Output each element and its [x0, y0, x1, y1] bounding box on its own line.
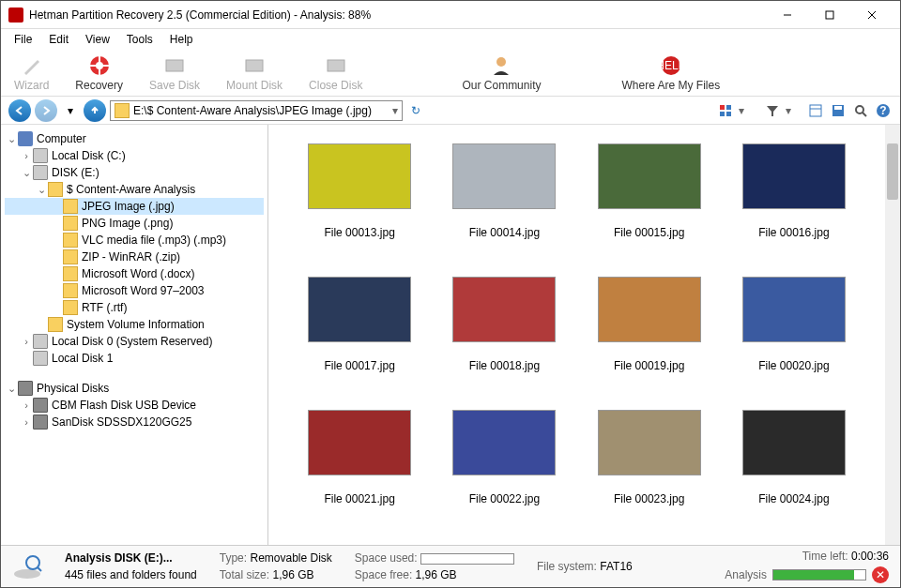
address-dropdown-icon[interactable]: ▾: [392, 104, 398, 117]
file-item[interactable]: File 00021.jpg: [297, 410, 422, 505]
svg-point-27: [26, 556, 39, 569]
expand-icon[interactable]: ›: [20, 416, 33, 428]
tree-item[interactable]: VLC media file (.mp3) (.mp3): [5, 232, 264, 249]
tree-item[interactable]: System Volume Information: [5, 316, 264, 333]
tree-item[interactable]: ›SanDisk SDSSDX120GG25: [5, 414, 264, 430]
folder-tree[interactable]: ⌄Computer›Local Disk (C:)⌄DISK (E:)⌄$ Co…: [1, 125, 268, 545]
menu-edit[interactable]: Edit: [41, 31, 76, 48]
tree-item-label: Microsoft Word 97–2003: [82, 284, 205, 297]
tree-item[interactable]: ⌄$ Content-Aware Analysis: [5, 181, 264, 198]
file-name: File 00020.jpg: [758, 359, 829, 372]
where-files-label: Where Are My Files: [621, 79, 720, 92]
file-thumbnail: [598, 410, 701, 475]
view-mode-button[interactable]: [716, 101, 735, 120]
filter-button[interactable]: [763, 101, 782, 120]
tree-item[interactable]: ZIP - WinRAR (.zip): [5, 249, 264, 265]
community-button[interactable]: Our Community: [462, 54, 541, 92]
file-item[interactable]: File 00015.jpg: [587, 143, 712, 239]
tree-item[interactable]: PNG Image (.png): [5, 215, 264, 232]
tree-item[interactable]: ⌄DISK (E:): [5, 164, 264, 181]
expand-icon[interactable]: ›: [20, 400, 33, 411]
tree-item[interactable]: Microsoft Word (.docx): [5, 265, 264, 282]
back-button[interactable]: [8, 99, 31, 122]
where-files-button[interactable]: HELP Where Are My Files: [621, 54, 720, 92]
close-button[interactable]: [850, 2, 893, 28]
file-item[interactable]: File 00023.jpg: [587, 410, 712, 505]
menu-tools[interactable]: Tools: [119, 31, 160, 48]
save-disk-button[interactable]: Save Disk: [149, 54, 200, 92]
tree-item[interactable]: RTF (.rtf): [5, 299, 264, 316]
expand-icon[interactable]: ⌄: [20, 167, 33, 179]
file-item[interactable]: File 00020.jpg: [731, 277, 857, 372]
file-thumbnail: [452, 277, 556, 342]
file-item[interactable]: File 00024.jpg: [731, 410, 857, 505]
filter-dropdown[interactable]: ▾: [786, 104, 791, 117]
up-button[interactable]: [84, 99, 106, 122]
maximize-button[interactable]: [808, 2, 850, 28]
tree-item[interactable]: Local Disk 1: [5, 350, 264, 367]
stop-analysis-button[interactable]: ✕: [872, 566, 889, 583]
file-grid[interactable]: File 00013.jpgFile 00014.jpgFile 00015.j…: [268, 125, 885, 545]
refresh-button[interactable]: ↻: [406, 101, 425, 120]
file-name: File 00022.jpg: [469, 492, 540, 505]
expand-icon[interactable]: ⌄: [5, 383, 18, 395]
expand-icon[interactable]: ›: [20, 336, 33, 347]
file-item[interactable]: File 00018.jpg: [441, 277, 567, 372]
file-item[interactable]: File 00022.jpg: [441, 410, 567, 505]
forward-button[interactable]: [35, 99, 57, 122]
tree-item-label: ZIP - WinRAR (.zip): [82, 250, 180, 264]
tree-item[interactable]: ›Local Disk (C:): [5, 147, 264, 164]
folder-icon: [48, 182, 63, 197]
svg-rect-17: [726, 112, 731, 116]
minimize-button[interactable]: [766, 2, 808, 28]
file-name: File 00015.jpg: [614, 226, 684, 239]
wizard-button[interactable]: Wizard: [14, 54, 49, 92]
navbar: ▾ ▾ ↻ ▾ ▾ ?: [1, 97, 900, 125]
time-label: Time left:: [802, 550, 848, 563]
drive-icon: [33, 415, 48, 430]
tree-item[interactable]: ›CBM Flash Disk USB Device: [5, 397, 264, 414]
mount-disk-label: Mount Disk: [226, 79, 283, 92]
options-button[interactable]: [806, 101, 825, 120]
search-button[interactable]: [851, 101, 870, 120]
close-disk-button[interactable]: Close Disk: [309, 54, 362, 92]
scrollbar-thumb[interactable]: [887, 143, 898, 200]
folder-icon: [63, 283, 78, 298]
mount-disk-button[interactable]: Mount Disk: [226, 54, 283, 92]
tree-item-label: SanDisk SDSSDX120GG25: [52, 415, 191, 429]
disk-icon: [33, 165, 48, 180]
folder-icon: [63, 300, 78, 315]
expand-icon[interactable]: ⌄: [35, 184, 48, 196]
scrollbar[interactable]: [885, 125, 900, 545]
file-item[interactable]: File 00017.jpg: [297, 277, 422, 372]
svg-point-22: [856, 106, 863, 113]
folder-icon: [48, 317, 63, 332]
menu-file[interactable]: File: [7, 31, 39, 48]
file-thumbnail: [308, 143, 411, 209]
expand-icon[interactable]: ⌄: [5, 133, 18, 145]
svg-point-26: [14, 569, 40, 579]
tree-item[interactable]: ›Local Disk 0 (System Reserved): [5, 333, 264, 350]
view-dropdown[interactable]: ▾: [739, 104, 744, 117]
tree-item[interactable]: Microsoft Word 97–2003: [5, 282, 264, 299]
file-item[interactable]: File 00019.jpg: [587, 277, 712, 372]
save-button[interactable]: [829, 101, 848, 120]
help-button[interactable]: ?: [874, 101, 893, 120]
tree-item[interactable]: ⌄Computer: [5, 130, 264, 147]
address-bar[interactable]: ▾: [110, 100, 403, 121]
address-input[interactable]: [133, 104, 392, 117]
file-item[interactable]: File 00014.jpg: [441, 143, 567, 239]
menu-help[interactable]: Help: [162, 31, 201, 48]
file-name: File 00024.jpg: [758, 492, 829, 505]
tree-item[interactable]: JPEG Image (.jpg): [5, 198, 264, 215]
file-item[interactable]: File 00016.jpg: [731, 143, 857, 239]
svg-rect-8: [166, 60, 183, 71]
recovery-button[interactable]: Recovery: [75, 54, 123, 92]
expand-icon[interactable]: ›: [20, 150, 33, 161]
comp-icon: [18, 131, 33, 146]
tree-item[interactable]: ⌄Physical Disks: [5, 380, 264, 397]
file-item[interactable]: File 00013.jpg: [297, 143, 422, 239]
history-dropdown[interactable]: ▾: [61, 101, 80, 120]
fs-label: File system:: [537, 560, 597, 573]
menu-view[interactable]: View: [78, 31, 117, 48]
